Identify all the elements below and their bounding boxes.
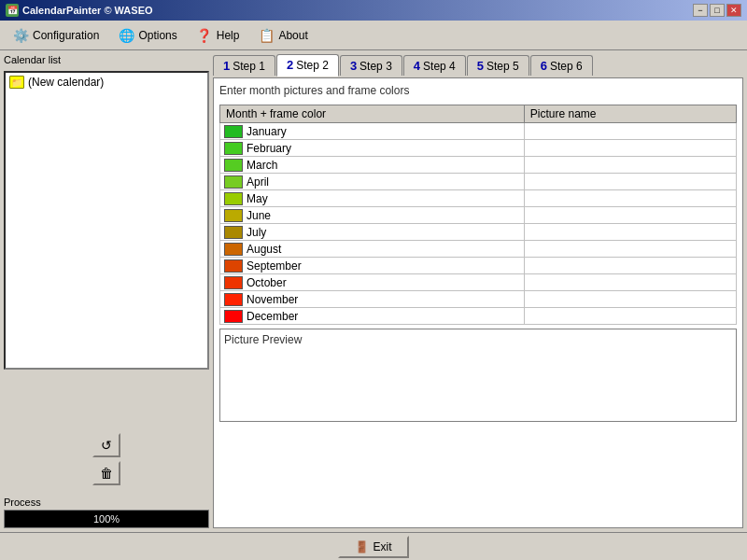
picture-name-cell[interactable] — [524, 123, 736, 140]
month-name: November — [247, 293, 298, 306]
color-swatch — [224, 159, 243, 172]
left-panel: Calendar list 📁 (New calendar) ↺ 🗑 Proce… — [4, 54, 209, 528]
close-button[interactable]: ✕ — [726, 4, 741, 17]
month-name: December — [247, 310, 298, 323]
month-name: May — [247, 192, 268, 205]
app-title: CalendarPainter © WASEO — [22, 5, 153, 16]
options-menu[interactable]: 🌐 Options — [109, 23, 185, 48]
month-cell: September — [220, 258, 525, 274]
table-row[interactable]: May — [220, 190, 737, 207]
month-name: September — [247, 259, 302, 273]
picture-name-cell[interactable] — [524, 274, 736, 291]
picture-name-cell[interactable] — [524, 190, 736, 207]
progress-bar-fill: 100% — [5, 511, 208, 527]
tab-step6[interactable]: 6 Step 6 — [530, 55, 593, 76]
color-swatch — [224, 125, 243, 138]
exit-button[interactable]: 🚪 Exit — [338, 536, 408, 558]
step-subtitle: Enter month pictures and frame colors — [219, 84, 737, 97]
table-row[interactable]: September — [220, 258, 737, 274]
title-bar: 📅 CalendarPainter © WASEO − □ ✕ — [0, 0, 747, 21]
tab-step4[interactable]: 4 Step 4 — [403, 55, 466, 76]
picture-name-cell[interactable] — [524, 174, 736, 190]
process-section: Process 100% — [4, 497, 209, 528]
col-picture-header: Picture name — [524, 105, 736, 123]
options-label: Options — [138, 29, 176, 42]
configuration-icon: ⚙️ — [12, 27, 29, 44]
picture-name-cell[interactable] — [524, 224, 736, 241]
tab-step2[interactable]: 2 Step 2 — [276, 54, 339, 77]
configuration-menu[interactable]: ⚙️ Configuration — [4, 23, 107, 48]
main-container: Calendar list 📁 (New calendar) ↺ 🗑 Proce… — [0, 50, 747, 532]
about-menu[interactable]: 📋 About — [249, 23, 316, 48]
month-cell: May — [220, 190, 525, 207]
folder-icon: 📁 — [9, 76, 24, 89]
color-swatch — [224, 293, 243, 306]
picture-name-cell[interactable] — [524, 258, 736, 274]
picture-name-cell[interactable] — [524, 308, 736, 325]
month-name: July — [247, 226, 266, 239]
picture-name-cell[interactable] — [524, 140, 736, 157]
table-row[interactable]: November — [220, 291, 737, 308]
month-name: August — [247, 243, 281, 256]
exit-label: Exit — [373, 540, 391, 553]
left-refresh-button[interactable]: ↺ — [92, 433, 120, 457]
restore-button[interactable]: □ — [710, 4, 725, 17]
table-row[interactable]: April — [220, 174, 737, 190]
color-swatch — [224, 310, 243, 323]
table-row[interactable]: June — [220, 207, 737, 224]
picture-name-cell[interactable] — [524, 207, 736, 224]
options-icon: 🌐 — [118, 27, 134, 44]
month-name: April — [247, 175, 269, 189]
exit-icon: 🚪 — [355, 540, 369, 553]
table-row[interactable]: July — [220, 224, 737, 241]
about-icon: 📋 — [258, 27, 275, 44]
right-panel: 1 Step 1 2 Step 2 3 Step 3 4 Step 4 5 St… — [213, 54, 743, 528]
month-cell: August — [220, 241, 525, 258]
month-cell: December — [220, 308, 525, 325]
tab-step1[interactable]: 1 Step 1 — [213, 55, 275, 76]
month-name: June — [247, 209, 271, 222]
month-cell: February — [220, 140, 525, 157]
picture-preview-label: Picture Preview — [224, 333, 302, 346]
color-swatch — [224, 259, 243, 273]
months-table: Month + frame color Picture name January… — [219, 105, 737, 325]
month-cell: January — [220, 123, 525, 140]
table-row[interactable]: March — [220, 157, 737, 174]
content-area: Enter month pictures and frame colors Mo… — [213, 77, 743, 528]
month-cell: July — [220, 224, 525, 241]
picture-name-cell[interactable] — [524, 291, 736, 308]
bottom-bar: 🚪 Exit — [0, 532, 747, 560]
configuration-label: Configuration — [33, 29, 99, 42]
color-swatch — [224, 276, 243, 289]
table-row[interactable]: August — [220, 241, 737, 258]
picture-name-cell[interactable] — [524, 241, 736, 258]
table-row[interactable]: December — [220, 308, 737, 325]
tab-step3[interactable]: 3 Step 3 — [340, 55, 402, 76]
picture-name-cell[interactable] — [524, 157, 736, 174]
month-name: March — [247, 159, 277, 172]
help-label: Help — [217, 29, 240, 42]
left-delete-button[interactable]: 🗑 — [92, 461, 120, 485]
help-menu[interactable]: ❓ Help — [188, 23, 248, 48]
calendar-list-box: 📁 (New calendar) — [4, 71, 209, 370]
table-row[interactable]: February — [220, 140, 737, 157]
month-cell: June — [220, 207, 525, 224]
month-cell: April — [220, 174, 525, 190]
app-icon: 📅 — [6, 4, 19, 17]
col-month-header: Month + frame color — [220, 105, 525, 123]
window-controls: − □ ✕ — [693, 4, 741, 17]
tab-step5[interactable]: 5 Step 5 — [467, 55, 529, 76]
menu-bar: ⚙️ Configuration 🌐 Options ❓ Help 📋 Abou… — [0, 21, 747, 50]
tabs-container: 1 Step 1 2 Step 2 3 Step 3 4 Step 4 5 St… — [213, 54, 743, 76]
month-name: February — [247, 142, 291, 155]
month-cell: March — [220, 157, 525, 174]
color-swatch — [224, 192, 243, 205]
calendar-list-title: Calendar list — [4, 54, 209, 65]
progress-bar-container: 100% — [4, 510, 209, 528]
month-name: October — [247, 276, 287, 289]
calendar-list-item[interactable]: 📁 (New calendar) — [7, 75, 205, 90]
minimize-button[interactable]: − — [693, 4, 708, 17]
table-row[interactable]: January — [220, 123, 737, 140]
color-swatch — [224, 226, 243, 239]
table-row[interactable]: October — [220, 274, 737, 291]
